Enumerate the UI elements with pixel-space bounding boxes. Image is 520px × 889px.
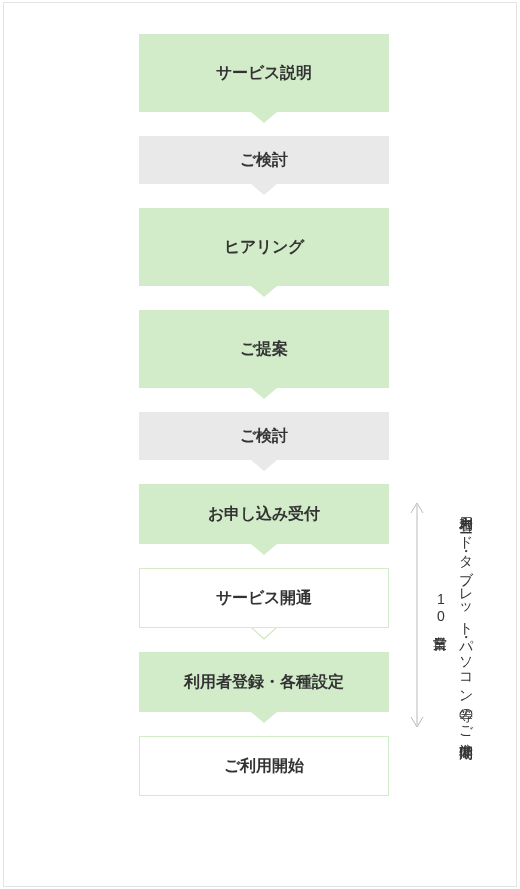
step-label: ご検討	[240, 150, 288, 171]
chevron-down-icon	[251, 286, 277, 297]
side-annotation: 10営業日 利用者カード・タブレット・パソコン等のご準備期間	[407, 499, 517, 764]
chevron-down-icon	[251, 544, 277, 555]
double-arrow-icon	[407, 499, 427, 731]
flow-connector	[139, 460, 389, 484]
step-hearing: ヒアリング	[139, 208, 389, 286]
step-label: ヒアリング	[224, 237, 304, 258]
step-consideration-2: ご検討	[139, 412, 389, 460]
chevron-down-icon	[251, 460, 277, 471]
step-label: サービス説明	[216, 63, 312, 84]
flow-connector	[139, 388, 389, 412]
step-label: ご提案	[240, 339, 288, 360]
flow-connector	[139, 112, 389, 136]
step-label: ご利用開始	[224, 756, 304, 777]
chevron-down-icon	[251, 712, 277, 723]
step-label: 利用者登録・各種設定	[184, 672, 344, 693]
step-consideration-1: ご検討	[139, 136, 389, 184]
step-proposal: ご提案	[139, 310, 389, 388]
flow-connector	[139, 712, 389, 736]
flow-connector	[139, 628, 389, 652]
step-label: ご検討	[240, 426, 288, 447]
process-flow: サービス説明 ご検討 ヒアリング ご提案 ご検討 お申し込み	[139, 34, 389, 796]
step-start-use: ご利用開始	[139, 736, 389, 796]
annotation-days: 10営業日	[431, 591, 450, 628]
chevron-down-icon	[253, 628, 275, 638]
step-label: サービス開通	[216, 588, 312, 609]
chevron-down-icon	[251, 184, 277, 195]
step-user-registration: 利用者登録・各種設定	[139, 652, 389, 712]
step-service-description: サービス説明	[139, 34, 389, 112]
step-label: お申し込み受付	[208, 504, 320, 525]
chevron-down-icon	[251, 388, 277, 399]
annotation-note: 利用者カード・タブレット・パソコン等のご準備期間	[457, 505, 476, 757]
flow-connector	[139, 184, 389, 208]
chevron-down-icon	[251, 112, 277, 123]
diagram-frame: サービス説明 ご検討 ヒアリング ご提案 ご検討 お申し込み	[3, 2, 517, 887]
flow-connector	[139, 544, 389, 568]
step-application: お申し込み受付	[139, 484, 389, 544]
step-service-open: サービス開通	[139, 568, 389, 628]
flow-connector	[139, 286, 389, 310]
